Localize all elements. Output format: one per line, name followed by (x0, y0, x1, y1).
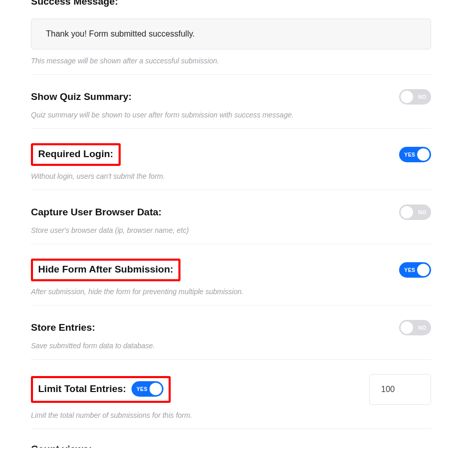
required-login-help: Without login, users can't submit the fo… (31, 172, 431, 180)
divider (31, 429, 431, 429)
required-login-row: Required Login: YES Without login, users… (31, 129, 431, 190)
hide-form-label: Hide Form After Submission: (38, 264, 173, 275)
success-message-input[interactable]: Thank you! Form submitted successfully. (31, 19, 431, 49)
store-entries-label: Store Entries: (31, 322, 95, 333)
toggle-knob (417, 264, 430, 276)
toggle-knob (401, 321, 413, 334)
success-message-title: Success Message: (31, 0, 431, 7)
toggle-text: YES (404, 267, 416, 273)
capture-browser-toggle[interactable]: NO (399, 205, 431, 220)
limit-entries-toggle[interactable]: YES (131, 381, 163, 397)
toggle-text: NO (418, 94, 426, 100)
capture-browser-label: Capture User Browser Data: (31, 207, 161, 218)
required-login-label: Required Login: (38, 148, 113, 160)
required-login-toggle[interactable]: YES (399, 147, 431, 162)
quiz-summary-help: Quiz summary will be shown to user after… (31, 111, 431, 119)
store-entries-help: Save submitted form data to database. (31, 342, 431, 350)
store-entries-row: Store Entries: NO Save submitted form da… (31, 305, 431, 360)
hide-form-toggle[interactable]: YES (399, 262, 431, 278)
toggle-knob (401, 206, 413, 218)
toggle-text: NO (418, 210, 426, 215)
required-login-highlight: Required Login: (31, 143, 121, 166)
toggle-text: YES (404, 152, 416, 158)
toggle-text: NO (418, 325, 426, 331)
quiz-summary-toggle[interactable]: NO (399, 89, 431, 105)
hide-form-help: After submission, hide the form for prev… (31, 287, 431, 296)
limit-entries-highlight: Limit Total Entries: YES (31, 376, 171, 403)
toggle-knob (417, 148, 430, 161)
toggle-text: YES (137, 386, 148, 392)
count-views-label: Count views: (31, 444, 431, 448)
store-entries-toggle[interactable]: NO (399, 320, 431, 335)
hide-form-row: Hide Form After Submission: YES After su… (31, 244, 431, 305)
toggle-knob (401, 91, 413, 103)
limit-entries-input[interactable] (369, 374, 431, 405)
quiz-summary-row: Show Quiz Summary: NO Quiz summary will … (31, 75, 431, 129)
hide-form-highlight: Hide Form After Submission: (31, 259, 180, 281)
capture-browser-row: Capture User Browser Data: NO Store user… (31, 190, 431, 244)
capture-browser-help: Store user's browser data (ip, browser n… (31, 226, 431, 234)
limit-entries-label: Limit Total Entries: (38, 383, 126, 395)
success-message-help: This message will be shown after a succe… (31, 57, 431, 65)
toggle-knob (150, 383, 162, 395)
quiz-summary-label: Show Quiz Summary: (31, 91, 131, 103)
limit-entries-help: Limit the total number of submissions fo… (31, 411, 431, 419)
limit-entries-row: Limit Total Entries: YES Limit the total… (31, 360, 431, 429)
